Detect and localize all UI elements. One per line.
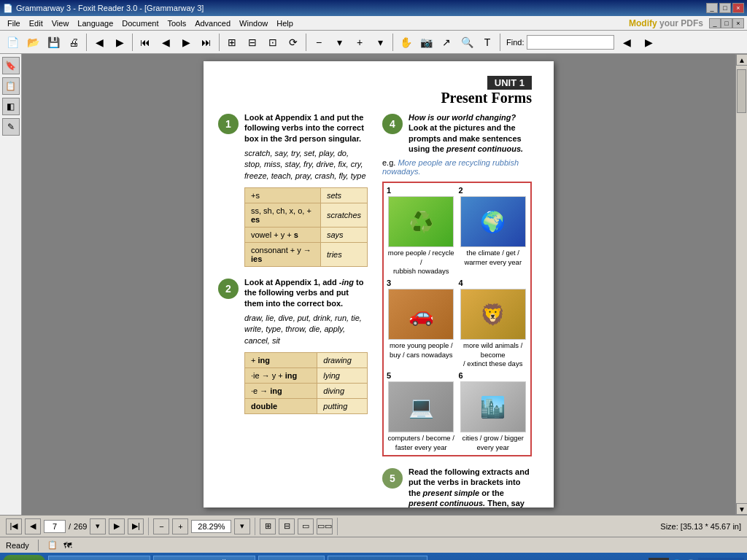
page-input[interactable] xyxy=(44,520,66,533)
rule-cell: double xyxy=(245,399,317,414)
exercise-2-table: + ing drawing ·ie → y + ing lying ·e → i… xyxy=(244,352,368,414)
status-sep xyxy=(38,540,39,551)
exercise-1-header: 1 Look at Appendix 1 and put the followi… xyxy=(218,112,368,144)
left-panel-icon: 📋 xyxy=(47,540,58,550)
zoom-out-nav-button[interactable]: − xyxy=(153,518,169,534)
table-row: + ing drawing xyxy=(245,353,368,368)
scroll-track[interactable] xyxy=(736,66,747,503)
last-page-button[interactable]: ⏭ xyxy=(197,33,216,52)
exercise-5-num: 5 xyxy=(382,468,403,489)
zoom-input[interactable] xyxy=(191,520,231,533)
zoom-in-button[interactable]: + xyxy=(350,33,369,52)
sidebar-page-icon[interactable]: 📋 xyxy=(2,77,20,95)
fit-page-nav-button[interactable]: ⊞ xyxy=(260,518,276,534)
minimize-button[interactable]: _ xyxy=(706,3,718,13)
scroll-thumb[interactable] xyxy=(737,69,746,113)
text-select-button[interactable]: T xyxy=(478,33,497,52)
menu-window[interactable]: Window xyxy=(235,18,272,29)
menu-edit[interactable]: Edit xyxy=(25,18,47,29)
sidebar-bookmark-icon[interactable]: 🔖 xyxy=(2,57,20,74)
menu-language[interactable]: Language xyxy=(73,18,117,29)
save-button[interactable]: 💾 xyxy=(44,33,63,52)
forward-button[interactable]: ▶ xyxy=(110,33,129,52)
find-bar: Find: ◀ ▶ xyxy=(506,33,658,52)
first-page-nav-button[interactable]: |◀ xyxy=(6,518,22,534)
find-prev-button[interactable]: ◀ xyxy=(617,33,636,52)
content-grid: 1 Look at Appendix 1 and put the followi… xyxy=(218,112,532,508)
snapshot-button[interactable]: 📷 xyxy=(417,33,436,52)
fit-width-nav-button[interactable]: ⊟ xyxy=(279,518,295,534)
prev-page-button[interactable]: ◀ xyxy=(156,33,175,52)
caption-2: the climate / get /warmer every year xyxy=(464,249,522,267)
zoom-dropdown-nav[interactable]: ▾ xyxy=(234,518,250,534)
taskbar: ⊞ Пуск W картинка - Microsoft Word 📄 ГОЛ… xyxy=(0,553,747,560)
restore-button[interactable]: □ xyxy=(719,3,731,13)
zoom-dropdown[interactable]: ▾ xyxy=(330,33,349,52)
zoom-in2-button[interactable]: ▾ xyxy=(371,33,390,52)
taskbar-item-word[interactable]: W картинка - Microsoft Word xyxy=(48,556,150,560)
taskbar-item-folder[interactable]: 📁 Новая папка xyxy=(258,556,325,560)
table-row: ·e → ing diving xyxy=(245,384,368,399)
search-button[interactable]: 🔍 xyxy=(457,33,476,52)
menu-tools[interactable]: Tools xyxy=(163,18,190,29)
find-next-button[interactable]: ▶ xyxy=(639,33,658,52)
new-button[interactable]: 📄 xyxy=(3,33,22,52)
menu-close-button[interactable]: × xyxy=(732,18,744,28)
menu-advanced[interactable]: Advanced xyxy=(190,18,235,29)
unit-label: UNIT 1 xyxy=(495,77,525,88)
fit-page-button[interactable]: ⊞ xyxy=(222,33,241,52)
prev-page-nav-button[interactable]: ◀ xyxy=(25,518,41,534)
select-button[interactable]: ↗ xyxy=(437,33,456,52)
caption-3: more young people /buy / cars nowadays xyxy=(390,341,453,359)
menu-document[interactable]: Document xyxy=(117,18,163,29)
back-button[interactable]: ◀ xyxy=(90,33,109,52)
unit-label-container: UNIT 1 xyxy=(487,76,532,90)
menu-help[interactable]: Help xyxy=(272,18,298,29)
open-button[interactable]: 📂 xyxy=(23,33,42,52)
menu-file[interactable]: File xyxy=(3,18,25,29)
scroll-up-button[interactable]: ▲ xyxy=(736,54,747,66)
exercise-2: 2 Look at Appendix 1, add -ing to the fo… xyxy=(218,277,368,414)
zoom-in-nav-button[interactable]: + xyxy=(172,518,188,534)
left-icon2: 🗺 xyxy=(63,541,71,550)
two-page-nav-button[interactable]: ▭▭ xyxy=(317,518,333,534)
taskbar-item-foxit[interactable]: 📄 Grammarway 3 - Foxi... xyxy=(328,556,427,560)
menu-view[interactable]: View xyxy=(47,18,74,29)
hand-tool-button[interactable]: ✋ xyxy=(396,33,415,52)
exercise-4-example: e.g. More people are recycling rubbish n… xyxy=(382,158,532,176)
example-sentence: More people are recycling rubbish nowada… xyxy=(382,158,519,176)
example-cell: says xyxy=(320,228,367,243)
taskbar-item-golitsyn[interactable]: 📄 ГОЛИЦЫНСКИЙ УЧЕБН... xyxy=(153,556,255,560)
rotate-button[interactable]: ⟳ xyxy=(284,33,303,52)
scroll-down-button[interactable]: ▼ xyxy=(736,503,747,515)
table-row: double putting xyxy=(245,399,368,414)
next-page-button[interactable]: ▶ xyxy=(177,33,196,52)
last-page-nav-button[interactable]: ▶| xyxy=(128,518,144,534)
first-page-button[interactable]: ⏮ xyxy=(136,33,155,52)
menu-restore-button[interactable]: □ xyxy=(721,18,732,28)
exercise-2-num: 2 xyxy=(218,279,239,299)
print-button[interactable]: 🖨 xyxy=(64,33,83,52)
sidebar-comment-icon[interactable]: ✎ xyxy=(2,118,20,136)
pdf-area: UNIT 1 Present Forms 1 Look at Appendix … xyxy=(22,54,735,515)
page-dropdown[interactable]: ▾ xyxy=(90,518,106,534)
title-bar-controls[interactable]: _ □ × xyxy=(706,3,744,13)
exercise-4-num: 4 xyxy=(382,114,403,134)
next-page-nav-button[interactable]: ▶ xyxy=(109,518,125,534)
find-input[interactable] xyxy=(527,35,614,50)
menu-minimize-button[interactable]: _ xyxy=(709,18,721,28)
left-sidebar: 🔖 📋 ◧ ✎ xyxy=(0,54,22,515)
exercise-4-header: 4 How is our world changing? Look at the… xyxy=(382,112,532,154)
nav-sep1 xyxy=(148,518,149,535)
example-cell: sets xyxy=(320,188,367,203)
fit-width-button[interactable]: ⊟ xyxy=(243,33,262,52)
total-pages: 269 xyxy=(74,522,87,531)
sidebar-layer-icon[interactable]: ◧ xyxy=(2,98,20,115)
zoom-out-button[interactable]: − xyxy=(309,33,328,52)
close-button[interactable]: × xyxy=(732,3,744,13)
right-column: 4 How is our world changing? Look at the… xyxy=(382,112,532,508)
single-page-button[interactable]: ⊡ xyxy=(263,33,282,52)
single-page-nav-button[interactable]: ▭ xyxy=(298,518,314,534)
image-building: 🏙️ xyxy=(460,381,526,432)
start-button[interactable]: ⊞ Пуск xyxy=(3,555,45,560)
